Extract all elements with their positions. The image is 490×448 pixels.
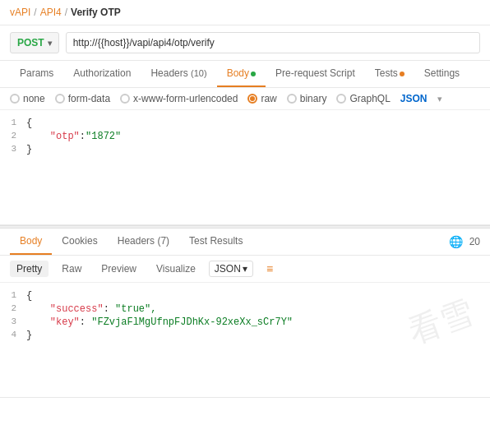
- response-code-line-3: 3 "key": "FZvjaFlMgUfnpFJDhKx-92xeXx_sCr…: [0, 316, 490, 329]
- response-code-line-1: 1 {: [0, 289, 490, 303]
- filter-icon[interactable]: ≡: [266, 262, 273, 275]
- breadcrumb-sep-2: /: [65, 7, 67, 18]
- breadcrumb: vAPI / API4 / Verify OTP: [0, 0, 490, 25]
- tab-pre-request-script[interactable]: Pre-request Script: [266, 61, 365, 87]
- radio-graphql-circle: [336, 94, 346, 104]
- tab-params[interactable]: Params: [10, 61, 63, 87]
- breadcrumb-current: Verify OTP: [71, 7, 121, 18]
- response-status-info: 🌐 20: [449, 235, 480, 248]
- format-visualize-button[interactable]: Visualize: [150, 261, 202, 277]
- response-json-dropdown[interactable]: JSON ▾: [209, 261, 253, 277]
- radio-graphql[interactable]: GraphQL: [336, 93, 390, 104]
- body-dot-icon: [251, 72, 256, 76]
- code-line-1: 1 {: [0, 117, 490, 130]
- body-type-row: none form-data x-www-form-urlencoded raw…: [0, 88, 490, 110]
- radio-form-data[interactable]: form-data: [55, 93, 110, 104]
- format-pretty-button[interactable]: Pretty: [10, 261, 49, 277]
- breadcrumb-vapi[interactable]: vAPI: [10, 7, 30, 18]
- tab-headers[interactable]: Headers (10): [141, 61, 216, 87]
- code-line-3: 3 }: [0, 143, 490, 156]
- url-input[interactable]: [66, 32, 480, 53]
- response-code-line-4: 4 }: [0, 329, 490, 342]
- response-tab-headers[interactable]: Headers (7): [108, 229, 179, 255]
- request-editor: 1 { 2 "otp":"1872" 3 }: [0, 110, 490, 225]
- format-raw-button[interactable]: Raw: [55, 261, 88, 277]
- request-tabs: Params Authorization Headers (10) Body P…: [0, 61, 490, 88]
- method-dropdown[interactable]: POST ▾: [10, 32, 59, 53]
- tests-dot-icon: [400, 72, 404, 76]
- json-chevron-icon[interactable]: ▾: [437, 94, 442, 104]
- response-tab-test-results[interactable]: Test Results: [179, 229, 252, 255]
- tab-settings[interactable]: Settings: [414, 61, 469, 87]
- response-editor: 1 { 2 "success": "true", 3 "key": "FZvja…: [0, 283, 490, 398]
- json-dropdown-chevron-icon: ▾: [243, 263, 247, 275]
- code-line-2: 2 "otp":"1872": [0, 130, 490, 143]
- radio-binary-circle: [287, 94, 297, 104]
- breadcrumb-sep-1: /: [34, 7, 36, 18]
- radio-none-circle: [10, 94, 20, 104]
- method-label: POST: [17, 37, 44, 48]
- radio-none[interactable]: none: [10, 93, 45, 104]
- radio-raw[interactable]: raw: [247, 93, 276, 104]
- json-type-link[interactable]: JSON: [400, 93, 428, 104]
- breadcrumb-api4[interactable]: API4: [40, 7, 62, 18]
- globe-icon: 🌐: [449, 235, 463, 248]
- response-size: 20: [469, 236, 480, 247]
- radio-urlencoded-circle: [120, 94, 130, 104]
- tab-authorization[interactable]: Authorization: [63, 61, 141, 87]
- response-code-line-2: 2 "success": "true",: [0, 303, 490, 316]
- format-preview-button[interactable]: Preview: [95, 261, 143, 277]
- tab-tests[interactable]: Tests: [365, 61, 414, 87]
- response-tab-body[interactable]: Body: [10, 229, 52, 255]
- url-bar: POST ▾: [0, 25, 490, 61]
- radio-binary[interactable]: binary: [287, 93, 327, 104]
- tab-body[interactable]: Body: [217, 61, 266, 87]
- response-tabs: Body Cookies Headers (7) Test Results 🌐 …: [0, 229, 490, 256]
- radio-raw-circle: [247, 94, 257, 104]
- radio-urlencoded[interactable]: x-www-form-urlencoded: [120, 93, 238, 104]
- chevron-down-icon: ▾: [48, 39, 52, 48]
- radio-form-data-circle: [55, 94, 65, 104]
- format-row: Pretty Raw Preview Visualize JSON ▾ ≡: [0, 256, 490, 283]
- response-tab-cookies[interactable]: Cookies: [52, 229, 107, 255]
